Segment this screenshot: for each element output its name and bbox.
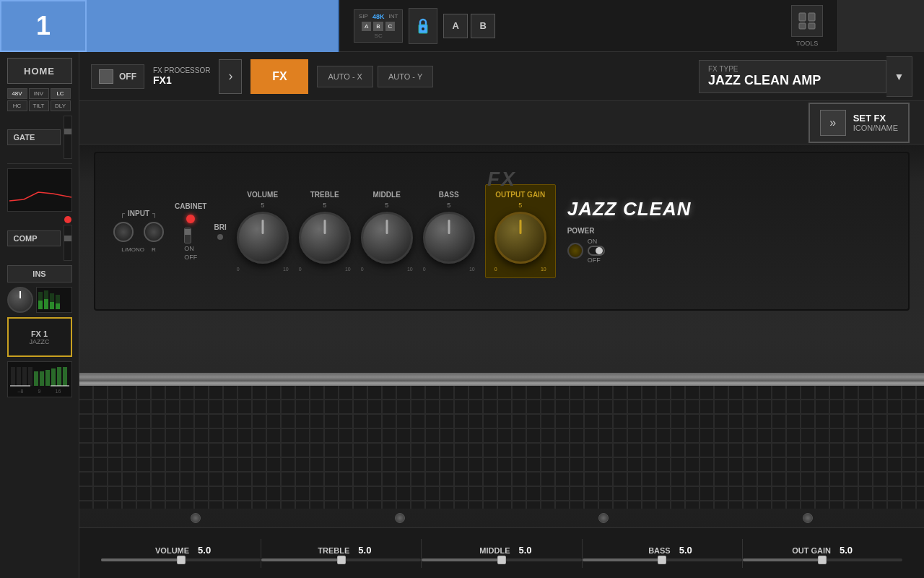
knob-row <box>7 287 72 313</box>
sip-btn-b[interactable]: B <box>373 22 383 31</box>
middle-slider-name: MIDDLE <box>460 546 510 555</box>
cabinet-toggle[interactable] <box>184 228 191 243</box>
auto-x-button[interactable]: AUTO - X <box>317 66 372 87</box>
gate-button[interactable]: GATE <box>7 129 61 145</box>
gate-slider-thumb <box>64 129 71 134</box>
output-gain-scale: 0 10 <box>494 267 546 272</box>
treble-slider-value: 5.0 <box>358 545 383 556</box>
out-gain-slider-top: OUT GAIN 5.0 <box>780 545 865 556</box>
volume-slider-fill <box>101 558 181 561</box>
bri-label: BRI <box>214 223 226 231</box>
filter-hc[interactable]: HC <box>7 100 27 111</box>
svg-rect-19 <box>40 371 44 386</box>
top-bar: 1 SIP 48K INT A B C SC A B <box>0 0 924 52</box>
power-indicator <box>567 243 583 259</box>
fx-type-info: FX TYPE JAZZ CLEAN AMP <box>699 60 886 93</box>
bass-slider-top: BASS 5.0 <box>620 545 705 556</box>
output-gain-knob[interactable] <box>494 212 546 264</box>
middle-slider-handle[interactable] <box>497 556 506 564</box>
volume-scale: 0 10 <box>237 267 289 272</box>
volume-slider-value: 5.0 <box>198 545 223 556</box>
jack-r-label: R <box>152 246 156 253</box>
volume-slider-track[interactable] <box>101 558 261 561</box>
svg-rect-2 <box>799 13 806 21</box>
comp-row: COMP <box>7 216 72 261</box>
set-fx-arrows-icon: » <box>820 110 846 136</box>
treble-slider-track[interactable] <box>261 558 421 561</box>
out-gain-slider-track[interactable] <box>743 558 902 561</box>
treble-knob[interactable] <box>299 212 351 264</box>
bri-section: BRI <box>214 223 226 240</box>
power-off-label: OFF <box>588 256 605 264</box>
middle-slider-top: MIDDLE 5.0 <box>460 545 544 556</box>
fx-type-dropdown[interactable]: ▼ <box>886 56 912 97</box>
power-switch[interactable] <box>588 246 605 256</box>
sample-rate: 48K <box>372 13 385 20</box>
gate-slider[interactable] <box>64 116 72 159</box>
screw-bl <box>191 513 201 523</box>
bass-label: BASS <box>439 191 459 199</box>
top-center: SIP 48K INT A B C SC A B <box>339 8 777 44</box>
fx-active-button[interactable]: FX <box>250 59 308 94</box>
ab-buttons: A B <box>443 14 495 38</box>
treble-slider-handle[interactable] <box>337 556 346 564</box>
bass-value-display: 5 <box>447 202 450 209</box>
filter-inv[interactable]: INV <box>29 88 49 99</box>
set-fx-bar: » SET FX ICON/NAME <box>79 101 924 144</box>
tools-icon[interactable] <box>791 5 823 37</box>
middle-slider-fill <box>422 558 502 561</box>
sip-btn-a[interactable]: A <box>362 22 371 31</box>
filter-lc[interactable]: LC <box>51 88 71 99</box>
bass-knob[interactable] <box>423 212 475 264</box>
svg-rect-14 <box>11 367 15 386</box>
bass-scale: 0 10 <box>423 267 475 272</box>
ins-button[interactable]: INS <box>7 265 72 282</box>
lock-icon[interactable] <box>409 8 437 44</box>
amp-top-panel: FX ┌ INPUT ┐ L/MONO <box>94 152 910 311</box>
filter-dly[interactable]: DLY <box>51 100 71 111</box>
bass-slider-handle[interactable] <box>658 556 666 564</box>
svg-rect-23 <box>63 367 67 386</box>
filter-tilt[interactable]: TILT <box>29 100 49 111</box>
amp-body: FX ┌ INPUT ┐ L/MONO <box>79 144 924 527</box>
output-gain-label: OUTPUT GAIN <box>495 191 545 199</box>
bass-slider-track[interactable] <box>583 558 742 561</box>
jack-r[interactable] <box>144 222 164 242</box>
eq-area[interactable] <box>7 168 72 212</box>
power-switch-thumb <box>596 247 603 254</box>
arrow-button[interactable]: › <box>219 59 242 94</box>
treble-value-display: 5 <box>323 202 326 209</box>
out-gain-slider-handle[interactable] <box>818 556 827 564</box>
filter-48v[interactable]: 48V <box>7 88 27 99</box>
comp-slider[interactable] <box>64 225 72 261</box>
power-on-label: ON <box>588 238 605 245</box>
send-knob[interactable] <box>7 287 33 313</box>
fx1-box[interactable]: FX 1 JAZZC <box>7 317 72 357</box>
volume-knob[interactable] <box>237 212 289 264</box>
middle-slider-track[interactable] <box>422 558 581 561</box>
btn-a[interactable]: A <box>443 14 468 38</box>
set-fx-button[interactable]: » SET FX ICON/NAME <box>808 103 910 143</box>
input-label-row: ┌ INPUT ┐ <box>120 210 157 217</box>
auto-y-button[interactable]: AUTO - Y <box>378 66 433 87</box>
middle-knob[interactable] <box>361 212 413 264</box>
bass-slider-fill <box>583 558 663 561</box>
off-label: OFF <box>119 72 136 82</box>
content-area: OFF FX PROCESSOR FX1 › FX AUTO - X AUTO … <box>79 52 924 578</box>
off-toggle[interactable]: OFF <box>91 64 144 89</box>
bri-dot <box>217 234 223 240</box>
btn-b[interactable]: B <box>471 14 495 38</box>
jack-l[interactable] <box>113 222 134 242</box>
volume-slider-handle[interactable] <box>177 556 186 564</box>
middle-slider-value: 5.0 <box>519 545 544 556</box>
auto-buttons: AUTO - X AUTO - Y <box>317 66 433 87</box>
bottom-meter: –8 9 16 <box>7 361 72 397</box>
power-section: POWER ON OFF <box>567 227 605 264</box>
output-gain-value-display: 5 <box>518 202 522 209</box>
home-button[interactable]: HOME <box>7 58 72 84</box>
comp-button[interactable]: COMP <box>7 230 61 246</box>
out-gain-slider-name: OUT GAIN <box>780 546 831 555</box>
sip-btn-c[interactable]: C <box>385 22 396 31</box>
input-label: INPUT <box>128 210 149 217</box>
out-gain-slider-fill <box>743 558 823 561</box>
